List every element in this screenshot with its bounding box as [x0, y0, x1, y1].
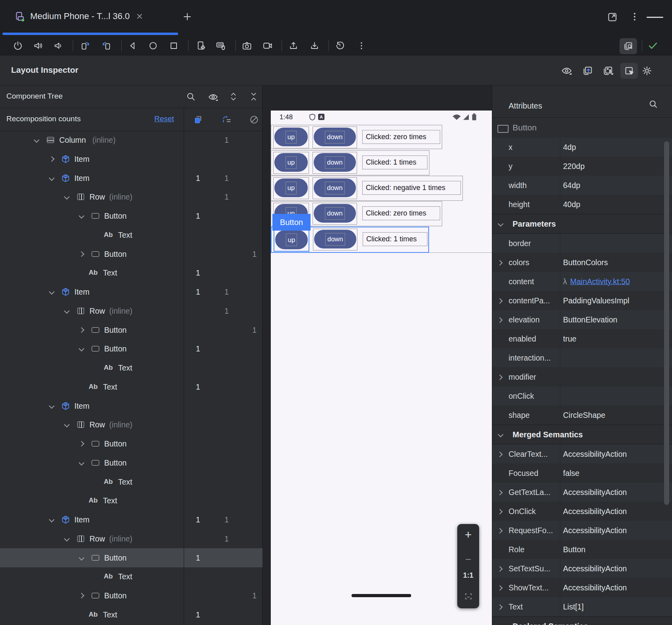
semantics-row-GetTextLa[interactable]: GetTextLa...AccessibilityAction [492, 483, 672, 502]
tree-row-row-3[interactable]: Row(inline)1 [0, 187, 262, 206]
chevron-right-icon[interactable] [497, 585, 503, 591]
chevron-right-icon[interactable] [79, 593, 84, 598]
up-button-bounds[interactable]: up [273, 177, 309, 199]
down-button[interactable]: down [314, 128, 356, 146]
chevron-down-icon[interactable] [498, 623, 503, 625]
tree-row-item-2[interactable]: Item11 [0, 169, 262, 188]
tree-row-text-5[interactable]: AbText [0, 225, 262, 245]
volume-down-icon[interactable] [51, 39, 65, 53]
parameter-row-border[interactable]: border [492, 234, 672, 253]
recomposition-count-icon[interactable] [193, 115, 203, 124]
semantics-row-Focused[interactable]: Focusedfalse [492, 464, 672, 483]
parameter-row-contentPa[interactable]: contentPa...PaddingValuesImpl [492, 291, 672, 310]
parameter-row-interaction[interactable]: interaction... [492, 348, 672, 367]
zoom-ratio-button[interactable]: 1:1 [463, 571, 473, 580]
up-button-bounds[interactable]: up [274, 229, 309, 252]
chevron-down-icon[interactable] [79, 346, 84, 351]
power-icon[interactable] [11, 39, 25, 53]
merged-semantics-section-header[interactable]: Merged Semantics [492, 425, 672, 444]
volume-up-icon[interactable] [31, 39, 45, 53]
chevron-right-icon[interactable] [497, 528, 503, 534]
semantics-row-SetTextSu[interactable]: SetTextSu...AccessibilityAction [492, 559, 672, 578]
chevron-right-icon[interactable] [497, 375, 503, 380]
chevron-right-icon[interactable] [497, 604, 503, 610]
chevron-right-icon[interactable] [497, 490, 503, 495]
chevron-down-icon[interactable] [64, 308, 70, 314]
collapse-all-icon[interactable] [249, 91, 258, 102]
tree-row-text-25[interactable]: AbText1 [0, 605, 262, 624]
tree-visibility-icon[interactable] [208, 92, 219, 102]
inspect-layers-icon[interactable] [623, 41, 633, 51]
chevron-down-icon[interactable] [34, 137, 39, 143]
chevron-right-icon[interactable] [497, 317, 503, 323]
tree-row-button-4[interactable]: Button1 [0, 206, 262, 225]
down-button[interactable]: down [314, 204, 356, 223]
select-component-icon[interactable] [624, 66, 635, 77]
chevron-down-icon[interactable] [64, 422, 70, 427]
down-button[interactable]: down [314, 179, 356, 197]
semantics-row-Role[interactable]: RoleButton [492, 540, 672, 559]
chevron-down-icon[interactable] [79, 555, 84, 561]
chevron-right-icon[interactable] [497, 298, 503, 304]
semantics-row-Text[interactable]: TextList[1] [492, 597, 672, 616]
tree-row-text-13[interactable]: AbText1 [0, 377, 262, 396]
parameter-row-modifier[interactable]: modifier [492, 367, 672, 386]
tree-row-item-20[interactable]: Item11 [0, 510, 262, 529]
tree-row-text-12[interactable]: AbText [0, 358, 262, 377]
keyboard-mouse-icon[interactable] [214, 39, 228, 53]
reset-counts-link[interactable]: Reset [154, 115, 174, 123]
layout-mode-icon[interactable] [602, 65, 614, 76]
tree-row-button-6[interactable]: Button1 [0, 245, 262, 264]
chevron-right-icon[interactable] [79, 327, 84, 333]
tree-row-row-21[interactable]: Row(inline)1 [0, 529, 262, 548]
chevron-right-icon[interactable] [49, 156, 54, 162]
tree-row-row-15[interactable]: Row(inline) [0, 415, 262, 434]
tree-row-item-14[interactable]: Item [0, 396, 262, 415]
up-button[interactable]: up [274, 128, 308, 146]
zoom-out-button[interactable]: − [465, 553, 471, 566]
up-button-bounds[interactable]: up [273, 152, 309, 174]
chevron-down-icon[interactable] [64, 194, 70, 200]
chevron-down-icon[interactable] [498, 432, 503, 437]
parameter-row-content[interactable]: contentλMainActivity.kt:50 [492, 272, 672, 291]
down-button-bounds[interactable]: down [313, 203, 357, 225]
export-snapshot-icon[interactable] [582, 65, 594, 76]
tree-row-text-19[interactable]: AbText [0, 491, 262, 510]
tab-overflow-kebab-icon[interactable] [629, 11, 640, 22]
tab-close-icon[interactable] [136, 13, 143, 20]
tree-row-button-16[interactable]: Button [0, 434, 262, 453]
chevron-right-icon[interactable] [79, 251, 84, 256]
chevron-down-icon[interactable] [49, 175, 54, 181]
chevron-down-icon[interactable] [49, 289, 54, 295]
down-button-bounds[interactable]: down [313, 177, 357, 199]
attributes-scrollbar[interactable] [664, 141, 669, 505]
tree-row-text-23[interactable]: AbText [0, 567, 262, 586]
chevron-down-icon[interactable] [49, 403, 54, 409]
rotate-right-icon[interactable] [99, 39, 114, 53]
parameter-row-onClick[interactable]: onClick [492, 386, 672, 406]
chevron-down-icon[interactable] [79, 213, 84, 219]
source-link[interactable]: MainActivity.kt:50 [570, 277, 630, 286]
chevron-right-icon[interactable] [497, 452, 503, 457]
rotate-left-icon[interactable] [78, 39, 92, 53]
download-icon[interactable] [307, 39, 322, 53]
geometry-row-y[interactable]: y220dp [492, 157, 672, 176]
parameters-section-header[interactable]: Parameters [492, 214, 672, 234]
tree-row-button-22[interactable]: Button1 [0, 548, 262, 567]
parameter-row-shape[interactable]: shapeCircleShape [492, 406, 672, 425]
screenshot-camera-icon[interactable] [240, 39, 254, 53]
toolbar-kebab-icon[interactable] [354, 39, 369, 53]
visibility-options-icon[interactable] [561, 65, 573, 76]
tree-row-button-11[interactable]: Button1 [0, 339, 262, 358]
home-indicator[interactable] [352, 594, 411, 597]
settings-gear-icon[interactable] [641, 65, 653, 76]
attributes-search-icon[interactable] [648, 99, 658, 109]
down-button[interactable]: down [314, 230, 356, 248]
tree-row-row-9[interactable]: Row(inline)1 [0, 301, 262, 320]
zoom-in-button[interactable]: + [465, 528, 472, 542]
tree-search-icon[interactable] [186, 91, 196, 102]
tree-row-text-7[interactable]: AbText1 [0, 263, 262, 282]
home-icon[interactable] [146, 39, 160, 53]
chevron-right-icon[interactable] [79, 441, 84, 446]
tree-row-button-24[interactable]: Button1 [0, 586, 262, 605]
